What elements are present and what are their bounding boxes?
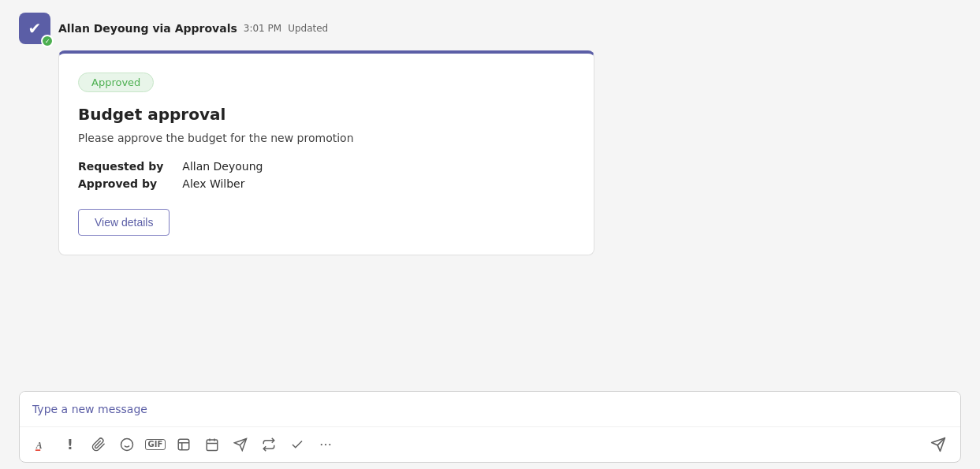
- compose-area: A ! GIF: [0, 385, 980, 469]
- svg-point-12: [321, 444, 322, 445]
- approved-by-label: Approved by: [78, 177, 163, 190]
- gif-icon[interactable]: GIF: [143, 432, 168, 457]
- compose-box: A ! GIF: [19, 391, 961, 463]
- message-updated: Updated: [288, 23, 328, 34]
- sender-name: Allan Deyoung via Approvals: [58, 22, 237, 35]
- card-title: Budget approval: [78, 105, 575, 124]
- attach-icon[interactable]: [86, 432, 111, 457]
- compose-toolbar: A ! GIF: [20, 426, 960, 462]
- emoji-icon[interactable]: [114, 432, 140, 457]
- card-wrapper: Approved Budget approval Please approve …: [58, 50, 961, 255]
- verified-badge: [41, 35, 54, 47]
- approved-by-value: Alex Wilber: [182, 177, 575, 190]
- approval-card: Approved Budget approval Please approve …: [58, 50, 594, 255]
- approvals-icon: ✔: [28, 19, 42, 38]
- main-chat-area: ✔ Allan Deyoung via Approvals 3:01 PM Up…: [0, 0, 980, 385]
- approve-icon[interactable]: [285, 432, 310, 457]
- card-details: Requested by Allan Deyoung Approved by A…: [78, 160, 575, 190]
- avatar: ✔: [19, 13, 50, 44]
- svg-point-14: [329, 444, 330, 445]
- svg-point-13: [325, 444, 326, 445]
- card-description: Please approve the budget for the new pr…: [78, 132, 575, 144]
- svg-point-2: [121, 439, 133, 451]
- message-time: 3:01 PM: [244, 23, 281, 34]
- requested-by-value: Allan Deyoung: [182, 160, 575, 173]
- important-icon[interactable]: !: [58, 432, 83, 457]
- more-icon[interactable]: [313, 432, 338, 457]
- sender-row: Allan Deyoung via Approvals 3:01 PM Upda…: [58, 22, 328, 35]
- svg-rect-5: [178, 439, 189, 450]
- requested-by-label: Requested by: [78, 160, 163, 173]
- view-details-button[interactable]: View details: [78, 209, 170, 236]
- message-input[interactable]: [20, 392, 960, 426]
- message-header: ✔ Allan Deyoung via Approvals 3:01 PM Up…: [19, 13, 961, 44]
- svg-text:A: A: [35, 441, 43, 451]
- format-icon[interactable]: A: [29, 432, 54, 457]
- loop-icon[interactable]: [256, 432, 281, 457]
- status-badge: Approved: [78, 73, 154, 92]
- sticker-icon[interactable]: [171, 432, 196, 457]
- send-button[interactable]: [926, 432, 951, 457]
- schedule-icon[interactable]: [199, 432, 225, 457]
- send-later-icon[interactable]: [228, 432, 253, 457]
- message-meta: Allan Deyoung via Approvals 3:01 PM Upda…: [58, 22, 328, 35]
- svg-rect-6: [207, 440, 218, 451]
